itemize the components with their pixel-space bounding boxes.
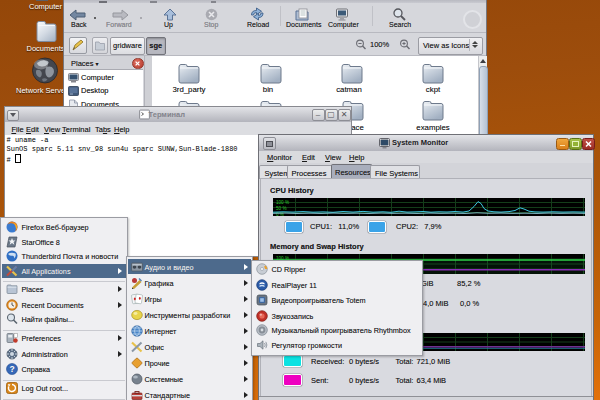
svg-text:50 %: 50 %: [276, 205, 286, 210]
svg-text:100 %: 100 %: [276, 199, 289, 204]
svg-text:?: ?: [9, 364, 14, 374]
